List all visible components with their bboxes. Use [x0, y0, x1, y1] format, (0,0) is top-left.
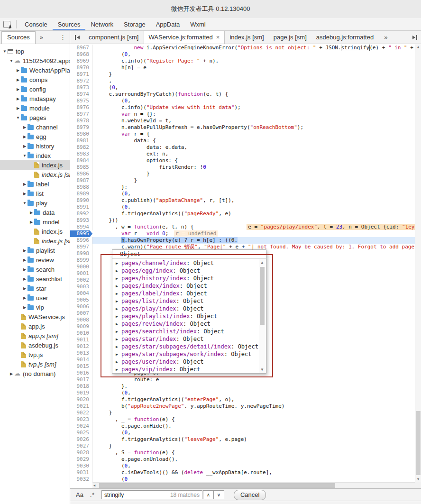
tree-disclosure-icon[interactable]: ▼: [9, 59, 14, 63]
code-text[interactable]: ext: n,: [92, 151, 415, 157]
tree-item-playlist[interactable]: ▶playlist: [0, 246, 70, 255]
next-match-button[interactable]: ∨: [213, 490, 224, 499]
line-number[interactable]: 8970: [70, 64, 92, 71]
tree-disclosure-icon[interactable]: ▶: [22, 267, 27, 272]
code-text[interactable]: c.info)("Register Page: " + n),: [92, 58, 415, 64]
tree-item-play[interactable]: ▼play: [0, 198, 70, 208]
show-drawer-icon[interactable]: [412, 31, 417, 44]
tree-item-index-js[interactable]: index.js: [0, 227, 70, 236]
devtools-tab-network[interactable]: Network: [85, 18, 119, 30]
expand-icon[interactable]: ▶: [116, 322, 121, 326]
code-text[interactable]: }: [92, 171, 415, 177]
scroll-up-icon[interactable]: ▲: [415, 44, 421, 50]
tree-disclosure-icon[interactable]: ▶: [22, 258, 27, 262]
tree-item-user[interactable]: ▶user: [0, 293, 70, 302]
tree-item-pages[interactable]: ▼pages: [0, 113, 70, 122]
popup-scrollbar[interactable]: ▲ ▼: [259, 259, 265, 373]
expand-icon[interactable]: ▶: [116, 330, 121, 334]
line-number[interactable]: 9024: [70, 423, 92, 430]
line-number[interactable]: 9017: [70, 376, 92, 383]
tree-item-app-js[interactable]: app.js: [0, 321, 70, 331]
line-number[interactable]: 9005: [70, 297, 92, 303]
line-number[interactable]: 8968: [70, 51, 92, 58]
code-text[interactable]: var n = {};: [92, 111, 415, 118]
tree-item-top[interactable]: ▼top: [0, 46, 70, 56]
line-number[interactable]: 8982: [70, 144, 92, 151]
tree-disclosure-icon[interactable]: ▶: [15, 97, 21, 101]
expand-icon[interactable]: ▶: [116, 337, 121, 341]
tree-item-index-js-sm-[interactable]: index.js [sm]: [0, 170, 70, 179]
line-number[interactable]: 9010: [70, 330, 92, 337]
code-text[interactable]: f.triggerAnalytics)("enterPage", o),: [92, 396, 415, 403]
code-text[interactable]: firstRender: !0: [92, 164, 415, 171]
match-case-toggle[interactable]: Aa: [76, 491, 83, 498]
tree-item-comps[interactable]: ▶comps: [0, 75, 70, 84]
code-text[interactable]: var r = {: [92, 131, 415, 137]
expand-icon[interactable]: ▶: [116, 352, 121, 357]
line-number[interactable]: 9021: [70, 403, 92, 410]
code-text[interactable]: }: [92, 71, 415, 78]
object-tree-item[interactable]: ▶pages/history/index: Object: [112, 275, 259, 282]
navigator-menu-icon[interactable]: ⋮: [60, 35, 66, 39]
line-number[interactable]: 9025: [70, 430, 92, 436]
scroll-up-icon[interactable]: ▲: [259, 259, 265, 266]
tab-overflow-icon[interactable]: »: [378, 31, 393, 44]
code-text[interactable]: (0,: [92, 98, 415, 104]
line-number[interactable]: 8978: [70, 118, 92, 124]
code-text[interactable]: (0: [92, 476, 415, 482]
tree-disclosure-icon[interactable]: ▶: [22, 286, 27, 291]
line-number[interactable]: 8989: [70, 191, 92, 197]
devtools-tab-wxml[interactable]: Wxml: [185, 18, 211, 30]
code-text[interactable]: data: e.data,: [92, 144, 415, 151]
line-number[interactable]: 8997: [70, 244, 92, 250]
tree-disclosure-icon[interactable]: ▶: [22, 192, 27, 196]
line-number[interactable]: 8995: [70, 230, 92, 237]
horizontal-scrollbar-thumb[interactable]: [99, 483, 335, 488]
scroll-down-icon[interactable]: ▼: [415, 477, 421, 482]
line-number[interactable]: 9009: [70, 323, 92, 330]
tree-item-wechatappplaye[interactable]: ▶WechatAppPlaye: [0, 65, 70, 75]
code-text[interactable]: c.isDevTools)() && (delete __wxAppData[e…: [92, 469, 415, 476]
object-tree-item[interactable]: ▶pages/egg/index: Object: [112, 267, 259, 275]
code-text[interactable]: };: [92, 184, 415, 191]
code-text[interactable]: (0,: [92, 204, 415, 211]
line-number[interactable]: 9003: [70, 284, 92, 290]
code-text[interactable]: new i.AppServiceEngineKnownError("Option…: [92, 45, 415, 51]
tree-item-search[interactable]: ▶search: [0, 265, 70, 274]
line-number[interactable]: 8991: [70, 204, 92, 211]
code-text[interactable]: e.page.onUnload(),: [92, 456, 415, 463]
line-number[interactable]: 9006: [70, 303, 92, 310]
code-text[interactable]: route: e: [92, 376, 415, 383]
expand-icon[interactable]: ▶: [116, 299, 121, 303]
code-text[interactable]: (0,: [92, 390, 415, 396]
code-text[interactable]: c.surroundByTryCatch)(function(e, t) {: [92, 91, 415, 98]
tree-disclosure-icon[interactable]: ▶: [22, 296, 27, 300]
tree-disclosure-icon[interactable]: ▶: [15, 78, 21, 82]
line-number[interactable]: 9023: [70, 416, 92, 423]
tree-disclosure-icon[interactable]: ▶: [15, 87, 21, 92]
line-number[interactable]: 9014: [70, 357, 92, 363]
object-tree-item[interactable]: ▶pages/star/subpages/work/index: Object: [112, 350, 259, 358]
expand-icon[interactable]: ▶: [116, 360, 121, 364]
expand-icon[interactable]: ▶: [116, 345, 121, 349]
line-number[interactable]: 8993: [70, 217, 92, 224]
tree-disclosure-icon[interactable]: ▶: [9, 372, 14, 376]
subtab-overflow-icon[interactable]: »: [40, 34, 43, 41]
line-number[interactable]: 8979: [70, 124, 92, 131]
line-number[interactable]: 9013: [70, 350, 92, 357]
code-text[interactable]: }: [92, 410, 415, 416]
line-number[interactable]: 9008: [70, 317, 92, 323]
tree-item-vip[interactable]: ▶vip: [0, 302, 70, 312]
object-tree-item[interactable]: ▶pages/list/index: Object: [112, 297, 259, 305]
tree-item-list[interactable]: ▶list: [0, 189, 70, 198]
object-tree-item[interactable]: ▶pages/index/index: Object: [112, 282, 259, 290]
code-text[interactable]: , S = function(e) {: [92, 449, 415, 456]
tree-item-egg[interactable]: ▶egg: [0, 132, 70, 141]
line-number[interactable]: 9015: [70, 363, 92, 370]
line-number[interactable]: 9020: [70, 396, 92, 403]
tree-item--no-domain-[interactable]: ▶☁(no domain): [0, 369, 70, 378]
tree-item-module[interactable]: ▶module: [0, 103, 70, 113]
line-number[interactable]: 8983: [70, 151, 92, 157]
line-number[interactable]: 9002: [70, 277, 92, 284]
regex-toggle[interactable]: .*: [90, 492, 95, 498]
